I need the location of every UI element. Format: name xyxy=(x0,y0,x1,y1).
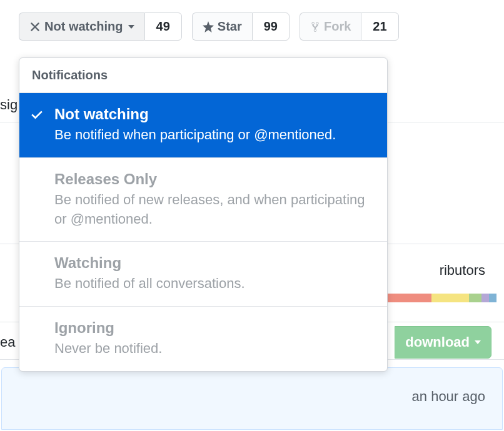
watch-group: Not watching 49 xyxy=(19,12,182,41)
fork-label: Fork xyxy=(324,19,351,34)
dropdown-item-not-watching[interactable]: Not watching Be notified when participat… xyxy=(19,93,387,158)
time-ago-text: an hour ago xyxy=(412,389,485,405)
dropdown-item-title: Releases Only xyxy=(54,171,372,188)
language-bar xyxy=(388,294,504,302)
x-icon xyxy=(29,21,41,32)
contributors-text: ributors xyxy=(440,262,485,279)
dropdown-item-desc: Be notified of new releases, and when pa… xyxy=(54,191,372,229)
watch-count[interactable]: 49 xyxy=(144,12,182,41)
dropdown-item-desc: Be notified when participating or @menti… xyxy=(54,126,372,145)
dropdown-item-title: Ignoring xyxy=(54,319,372,337)
dropdown-item-title: Not watching xyxy=(54,106,372,123)
dropdown-item-releases-only[interactable]: Releases Only Be notified of new release… xyxy=(19,158,387,242)
star-icon xyxy=(203,21,214,32)
lang-segment xyxy=(469,294,481,302)
star-label: Star xyxy=(218,19,242,34)
repo-actions-toolbar: Not watching 49 Star 99 Fork 21 xyxy=(0,0,504,53)
caret-down-icon xyxy=(128,25,134,29)
download-label: download xyxy=(405,334,470,350)
partial-text: ea xyxy=(0,334,15,350)
caret-down-icon xyxy=(475,340,481,344)
watch-button[interactable]: Not watching xyxy=(19,12,144,41)
partial-text: sig xyxy=(0,97,18,113)
dropdown-header: Notifications xyxy=(19,58,387,93)
dropdown-item-watching[interactable]: Watching Be notified of all conversation… xyxy=(19,242,387,307)
dropdown-item-desc: Never be notified. xyxy=(54,339,372,359)
lang-segment xyxy=(481,294,489,302)
lang-segment xyxy=(431,294,469,302)
fork-group: Fork 21 xyxy=(300,12,399,41)
lang-segment xyxy=(489,294,496,302)
fork-icon xyxy=(310,21,320,32)
dropdown-item-title: Watching xyxy=(54,254,372,272)
star-count[interactable]: 99 xyxy=(252,12,290,41)
fork-count[interactable]: 21 xyxy=(361,12,398,41)
check-icon xyxy=(31,108,43,123)
star-button[interactable]: Star xyxy=(192,12,252,41)
watch-label: Not watching xyxy=(44,19,123,34)
fork-button[interactable]: Fork xyxy=(300,12,361,41)
notifications-dropdown: Notifications Not watching Be notified w… xyxy=(19,57,388,372)
star-group: Star 99 xyxy=(192,12,290,41)
download-button[interactable]: download xyxy=(395,326,491,359)
dropdown-item-desc: Be notified of all conversations. xyxy=(54,274,372,294)
lang-segment xyxy=(388,294,431,302)
dropdown-item-ignoring[interactable]: Ignoring Never be notified. xyxy=(19,307,387,371)
